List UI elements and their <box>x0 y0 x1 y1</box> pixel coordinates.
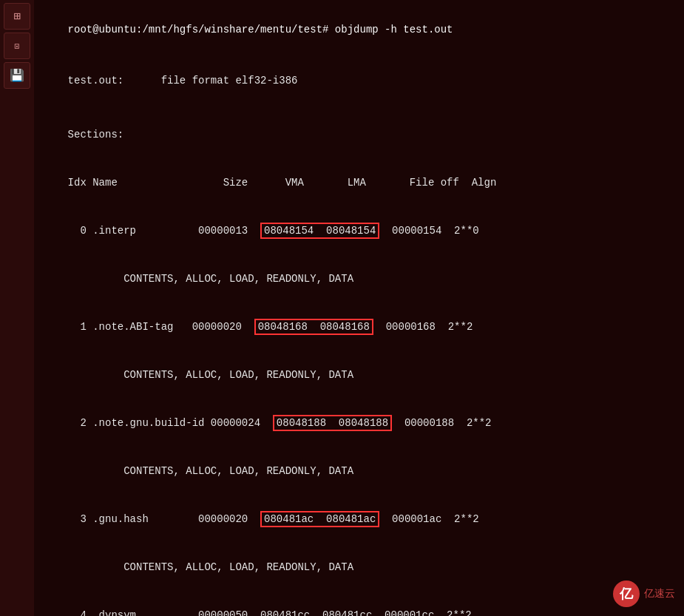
command-line: root@ubuntu:/mnt/hgfs/winshare/mentu/tes… <box>43 6 675 54</box>
vma-lma-highlight-2: 08048188 08048188 <box>273 415 392 431</box>
table-row: 0 .interp 00000013 08048154 08048154 000… <box>43 207 675 255</box>
table-row-flags: CONTENTS, ALLOC, LOAD, READONLY, DATA <box>43 544 675 592</box>
watermark: 亿 亿速云 <box>613 581 675 607</box>
vma-lma-highlight-0: 08048154 08048154 <box>260 223 379 239</box>
table-row: 2 .note.gnu.build-id 00000024 08048188 0… <box>43 400 675 448</box>
menu-button[interactable]: ⊞ <box>4 3 30 30</box>
terminal-window: root@ubuntu:/mnt/hgfs/winshare/mentu/tes… <box>34 0 684 616</box>
watermark-logo: 亿 <box>613 581 640 607</box>
prompt-text: root@ubuntu:/mnt/hgfs/winshare/mentu/tes… <box>68 24 453 35</box>
file-info-line: test.out: file format elf32-i386 <box>43 57 675 105</box>
column-headers: Idx Name Size VMA LMA File off Algn <box>43 159 675 207</box>
file-info-text: test.out: file format elf32-i386 <box>68 75 298 87</box>
sidebar: ⊞ ⊡ 💾 <box>0 0 34 616</box>
table-row-flags: CONTENTS, ALLOC, LOAD, READONLY, DATA <box>43 255 675 303</box>
vma-lma-highlight-3: 080481ac 080481ac <box>260 511 379 527</box>
table-row: 4 .dynsym 00000050 080481cc 080481cc 000… <box>43 592 675 616</box>
table-row: 1 .note.ABI-tag 00000020 08048168 080481… <box>43 303 675 351</box>
table-row-flags: CONTENTS, ALLOC, LOAD, READONLY, DATA <box>43 448 675 496</box>
vma-lma-highlight-1: 08048168 08048168 <box>254 319 373 335</box>
terminal-button[interactable]: ⊡ <box>4 33 30 59</box>
sections-label: Sections: <box>43 111 675 159</box>
table-row: 3 .gnu.hash 00000020 080481ac 080481ac 0… <box>43 496 675 544</box>
save-button[interactable]: 💾 <box>4 62 30 89</box>
table-row-flags: CONTENTS, ALLOC, LOAD, READONLY, DATA <box>43 351 675 399</box>
watermark-text: 亿速云 <box>644 587 675 600</box>
